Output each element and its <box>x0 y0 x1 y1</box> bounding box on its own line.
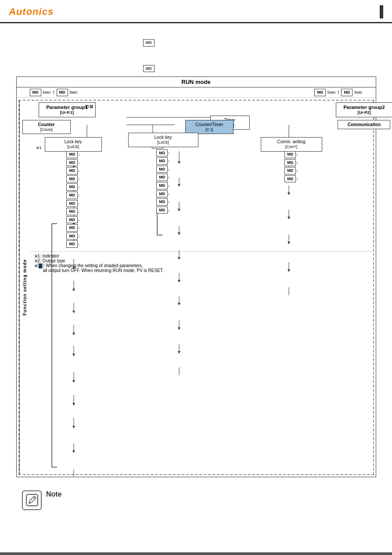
lc-md6: MD↓ <box>66 183 80 191</box>
communication-label: Communication <box>348 122 381 127</box>
svg-marker-32 <box>72 426 75 428</box>
diagram-container: RUN mode MD 3sec ↑ MD 3sec MD 5sec ↑ MD … <box>16 76 376 477</box>
intro-line-2: MD <box>26 65 366 73</box>
nav-left-arrow: ↑ <box>52 89 55 96</box>
footnote-3: ※▓: When changing the setting of shaded … <box>34 263 369 268</box>
lc-md5: MD↓ <box>66 175 80 183</box>
lc-md12: MD↓ <box>66 232 80 240</box>
nav-right-md1[interactable]: MD <box>314 89 326 96</box>
lc-md2: MD↓ <box>66 151 80 158</box>
footnote-1: ※1: Indicator <box>34 254 369 258</box>
right-column: Comm. address[Addr] ↓ Comm. speed[bPS] M… <box>212 133 371 182</box>
lc-x1-label: ※1 <box>36 145 42 150</box>
rc-md5: MD↓ <box>284 175 298 183</box>
svg-marker-51 <box>178 327 180 330</box>
cc-md5: MD↓ <box>156 166 170 173</box>
param-group1-label: Parameter group1 <box>46 105 87 110</box>
lc-md10: MD↓ <box>66 216 80 224</box>
nav-right-arrow: ↑ <box>337 89 340 96</box>
intro-md-2: MD <box>143 65 155 73</box>
logo: Autonics <box>9 6 54 18</box>
flow-area: Parameter group1 [Ur-P.1] ☑ ☒ Timer [t.o… <box>30 101 373 474</box>
svg-marker-24 <box>72 333 75 335</box>
function-setting-label: Function setting mode <box>19 101 30 474</box>
param-group-row: Parameter group1 [Ur-P.1] ☑ ☒ Timer [t.o… <box>30 101 373 119</box>
footer-bar <box>0 552 392 555</box>
nav-left-time2: 3sec <box>69 90 78 94</box>
cc-md8: MD↓ <box>156 190 170 198</box>
center-column: Time range[HoUr,Hi.n/SEC] ※2 MD↓ Up/Down… <box>115 133 212 214</box>
nav-right: MD 5sec ↑ MD 3sec <box>314 89 362 96</box>
param-group1-sub: [Ur-P.1] <box>41 110 94 116</box>
run-mode-bar: RUN mode <box>17 77 376 87</box>
nav-right-time1: 5sec <box>327 90 335 94</box>
param-group2-box: Parameter group2 [Ur-P2] <box>336 102 392 117</box>
pencil-icon <box>25 493 39 507</box>
svg-marker-28 <box>72 380 75 383</box>
rc-comm-writing: Comm. writing[ConY] <box>261 137 322 152</box>
nav-left-md1[interactable]: MD <box>30 89 41 96</box>
cc-md4: MD↓ <box>156 157 170 165</box>
lc-md8: MD↓ <box>66 200 80 207</box>
cc-md6: MD↓ <box>156 174 170 181</box>
nav-left-time1: 3sec <box>43 90 51 94</box>
header-bar <box>380 5 383 18</box>
param-group1-icons: ☑ ☒ <box>85 105 94 110</box>
counter-label: Counter <box>38 122 55 127</box>
cc-md9: MD↓ <box>156 198 170 206</box>
svg-marker-20 <box>72 289 75 291</box>
rc-md3: MD↓ <box>284 159 298 167</box>
run-mode-label: RUN mode <box>181 79 210 85</box>
counter-area: Counter [CoUn] MD ↓ <box>39 120 54 131</box>
svg-marker-22 <box>72 311 75 313</box>
lc-md4: MD↓ <box>66 167 80 174</box>
note-icon <box>22 490 42 510</box>
lc-md7: MD↓ <box>66 192 80 199</box>
counter-timer-label: Counter/Timer <box>195 122 223 127</box>
cc-md10: MD↓ <box>156 207 170 214</box>
note-section: Note <box>13 486 379 515</box>
param-group2-sub: [Ur-P2] <box>338 110 391 116</box>
svg-marker-34 <box>72 450 75 453</box>
communication-box: Communication <box>338 120 390 129</box>
params-area: Input mode[in] MD↓ Output mode[oUt.n] In… <box>30 131 373 250</box>
footnotes: ※1: Indicator ※2: Output type ※▓: When c… <box>30 251 373 275</box>
svg-marker-30 <box>72 403 75 406</box>
lc-md11: MD↓ <box>66 224 80 232</box>
left-column: Input mode[in] MD↓ Output mode[oUt.n] In… <box>32 133 115 248</box>
second-row: Counter [CoUn] MD ↓ Counter/Timer [C-t] <box>30 119 373 131</box>
lc-md13: MD↓ <box>66 240 80 248</box>
param-group2-label: Parameter group2 <box>343 105 385 110</box>
footnote-2: ※2: Output type <box>34 258 369 263</box>
param-group1-box: Parameter group1 [Ur-P.1] ☑ ☒ <box>39 102 96 117</box>
svg-marker-26 <box>72 354 75 356</box>
nav-left: MD 3sec ↑ MD 3sec <box>30 89 78 96</box>
rc-md2: MD↓ <box>284 151 298 158</box>
cc-md3: MD↓ <box>156 149 170 157</box>
rc-md4: MD↓ <box>284 167 298 174</box>
intro-line-1: MD <box>26 39 366 47</box>
lc-lock-key: Lock key[LoCk] <box>45 137 102 152</box>
param-group1-area: Parameter group1 [Ur-P.1] ☑ ☒ <box>39 102 96 117</box>
footnote-4: all output turn OFF. When returning RUN … <box>43 268 369 273</box>
lc-md9: MD↓ <box>66 208 80 215</box>
svg-marker-49 <box>178 303 180 305</box>
main-content: MD MD RUN mode MD 3sec ↑ MD 3sec MD 5sec <box>0 23 392 523</box>
svg-marker-53 <box>178 351 180 354</box>
note-title: Note <box>46 490 62 498</box>
nav-left-md2[interactable]: MD <box>57 89 68 96</box>
svg-rect-75 <box>26 494 38 506</box>
page-header: Autonics <box>0 0 392 23</box>
lc-md3: MD↓ <box>66 159 80 167</box>
intro-area: MD MD <box>13 32 379 72</box>
svg-marker-47 <box>178 280 180 283</box>
cc-md7: MD↓ <box>156 182 170 189</box>
nav-right-time2: 3sec <box>354 90 362 94</box>
svg-line-76 <box>33 497 35 499</box>
nav-right-md2[interactable]: MD <box>341 89 352 96</box>
intro-md-1: MD <box>143 39 155 47</box>
cc-lock-key: Lock key[LoCk] <box>128 133 198 147</box>
